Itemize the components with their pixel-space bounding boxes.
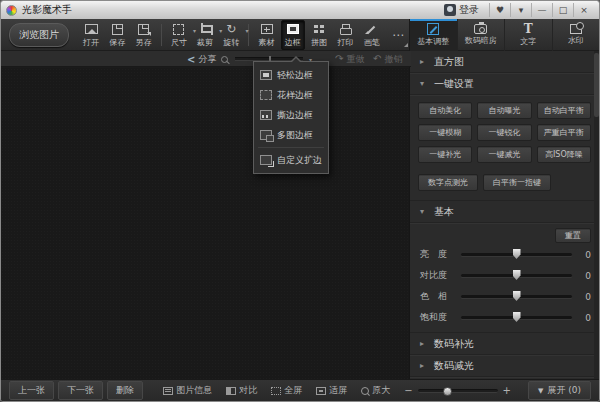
tab-watermark[interactable]: 水印 <box>553 19 600 51</box>
skin-button[interactable]: ♥ <box>489 3 510 17</box>
collapse-arrow-icon: ▸ <box>420 57 428 66</box>
severe-white-balance-button[interactable]: 严重白平衡 <box>537 124 591 141</box>
view-zoom-control: − + <box>404 385 511 396</box>
adjustment-panel: ▸ 直方图 ▾ 一键设置 自动美化 自动曝光 自动白平衡 一键模糊 一键锐化 严… <box>409 51 599 379</box>
login-button[interactable]: 登录 <box>444 3 479 17</box>
menu-item-multi-image-frame[interactable]: 多图边框 <box>254 125 328 145</box>
image-canvas[interactable] <box>1 68 411 381</box>
onekey-sharpen-button[interactable]: 一键锐化 <box>477 124 531 141</box>
print-button[interactable]: 打印 <box>333 20 357 50</box>
collage-icon <box>313 24 325 34</box>
brightness-value: 0 <box>579 250 591 260</box>
hue-slider[interactable] <box>461 295 572 298</box>
onekey-fill-light-button[interactable]: 一键补光 <box>418 146 472 163</box>
collage-button[interactable]: 拼图 <box>307 20 331 50</box>
saturation-slider[interactable] <box>461 316 572 319</box>
auto-white-balance-button[interactable]: 自动白平衡 <box>537 102 591 119</box>
zoom-out-icon[interactable]: − <box>404 385 412 396</box>
chevron-down-icon: ▾ <box>519 5 524 15</box>
minimize-button[interactable]: — <box>531 3 552 17</box>
print-icon <box>339 24 351 35</box>
maximize-icon: □ <box>559 5 568 15</box>
view-zoom-slider[interactable] <box>418 389 498 393</box>
undo-button[interactable]: ↶ 撤销 <box>373 51 402 67</box>
image-info-button[interactable]: 图片信息 <box>163 384 212 397</box>
digital-spot-metering-button[interactable]: 数字点测光 <box>418 174 478 191</box>
crop-button[interactable]: 裁剪 ▾ <box>193 20 217 50</box>
edit-square-icon <box>427 23 439 35</box>
material-button[interactable]: 素材 <box>254 20 278 50</box>
right-panel-tabs: 基本调整 数码暗房 T 文字 水印 <box>409 19 599 51</box>
browse-images-button[interactable]: 浏览图片 <box>9 23 69 47</box>
high-iso-denoise-button[interactable]: 高ISO降噪 <box>537 146 591 163</box>
slider-handle[interactable] <box>513 270 521 280</box>
material-icon <box>261 24 273 34</box>
save-as-button[interactable]: 另存 <box>131 20 155 50</box>
expand-arrow-icon: ▼ <box>538 387 543 395</box>
window-title: 光影魔术手 <box>22 3 72 17</box>
compare-button[interactable]: 对比 <box>226 384 257 397</box>
auto-exposure-button[interactable]: 自动曝光 <box>477 102 531 119</box>
tab-basic-adjust[interactable]: 基本调整 <box>410 19 458 51</box>
onekey-blur-button[interactable]: 一键模糊 <box>418 124 472 141</box>
next-image-button[interactable]: 下一张 <box>58 381 103 400</box>
rotate-dropdown-arrow-icon[interactable]: ▾ <box>245 27 248 34</box>
auto-beautify-button[interactable]: 自动美化 <box>418 102 472 119</box>
crop-icon <box>199 23 211 35</box>
save-button[interactable]: 保存 <box>105 20 129 50</box>
frame-button[interactable]: 边框 <box>281 20 305 50</box>
brush-button[interactable]: 画笔 <box>360 20 384 50</box>
reset-button[interactable]: 重置 <box>555 228 591 243</box>
onekey-dim-light-button[interactable]: 一键减光 <box>477 146 531 163</box>
menu-item-torn-edge-frame[interactable]: 撕边边框 <box>254 105 328 125</box>
zoom-in-icon[interactable]: + <box>503 385 511 396</box>
section-onekey-settings[interactable]: ▾ 一键设置 <box>410 73 599 95</box>
tab-digital-darkroom[interactable]: 数码暗房 <box>458 19 506 51</box>
previous-image-button[interactable]: 上一张 <box>9 381 54 400</box>
scrollbar-thumb[interactable] <box>594 53 599 117</box>
original-size-button[interactable]: 原大 <box>361 384 390 397</box>
contrast-slider[interactable] <box>461 274 572 277</box>
section-histogram[interactable]: ▸ 直方图 <box>410 51 599 73</box>
collapse-arrow-icon: ▸ <box>420 339 428 348</box>
collapse-arrow-icon: ▸ <box>420 361 428 370</box>
slider-handle[interactable] <box>513 291 521 301</box>
expand-filmstrip-button[interactable]: ▼ 展开 (0) <box>528 381 591 400</box>
fit-screen-button[interactable]: 适屏 <box>316 384 347 397</box>
share-button[interactable]: < 分享 <box>187 51 216 67</box>
redo-button[interactable]: ↷ 重做 <box>335 51 364 67</box>
tab-text[interactable]: T 文字 <box>505 19 553 51</box>
heart-icon: ♥ <box>496 5 504 15</box>
user-avatar-icon <box>444 4 456 16</box>
delete-image-button[interactable]: 删除 <box>107 381 143 400</box>
resize-button[interactable]: 尺寸 ▾ <box>167 20 191 50</box>
save-icon <box>112 24 123 35</box>
compare-icon <box>226 387 236 395</box>
section-basic[interactable]: ▾ 基本 <box>410 201 599 223</box>
rotate-button[interactable]: ↻ 旋转 ▾ <box>219 20 243 50</box>
menu-item-easy-frame[interactable]: 轻松边框 <box>254 65 328 85</box>
white-balance-one-touch-button[interactable]: 白平衡一指键 <box>483 174 551 191</box>
toolbar-separator <box>161 24 162 46</box>
close-button[interactable]: × <box>573 3 594 17</box>
panel-scrollbar[interactable] <box>594 51 599 379</box>
section-digital-fill-light[interactable]: ▸ 数码补光 <box>410 333 599 355</box>
more-tools-button[interactable]: ⋯ <box>386 20 410 50</box>
torn-edge-frame-icon <box>260 110 272 120</box>
save-as-icon <box>138 24 149 35</box>
maximize-button[interactable]: □ <box>552 3 573 17</box>
menu-item-pattern-frame[interactable]: 花样边框 <box>254 85 328 105</box>
section-digital-dim-light[interactable]: ▸ 数码减光 <box>410 355 599 377</box>
more-icon: ⋯ <box>392 29 404 41</box>
slider-handle[interactable] <box>513 312 521 322</box>
menu-item-custom-expand-edge[interactable]: 自定义扩边 <box>254 150 328 170</box>
open-button[interactable]: 打开 <box>79 20 103 50</box>
app-window: 光影魔术手 登录 ♥ ▾ — □ × 浏览图片 打开 保存 另存 <box>0 0 600 402</box>
slider-handle[interactable] <box>513 249 521 259</box>
onekey-button-grid: 自动美化 自动曝光 自动白平衡 一键模糊 一键锐化 严重白平衡 一键补光 一键减… <box>410 95 599 166</box>
text-icon: T <box>524 23 533 35</box>
zoom-slider-handle[interactable] <box>443 387 452 396</box>
fullscreen-button[interactable]: 全屏 <box>271 384 302 397</box>
main-menu-button[interactable]: ▾ <box>510 3 531 17</box>
brightness-slider[interactable] <box>461 253 572 256</box>
